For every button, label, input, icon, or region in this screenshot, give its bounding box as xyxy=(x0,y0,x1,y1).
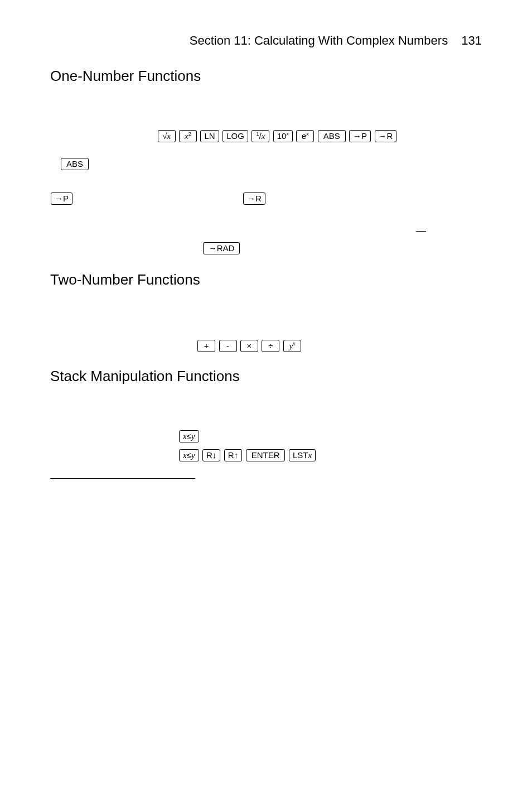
page-number: 131 xyxy=(461,33,482,47)
ln-key: LN xyxy=(200,130,219,142)
one-number-key-row: √x x2 LN LOG 1/x 10x ex ABS →P →R xyxy=(72,130,482,142)
abs-key: ABS xyxy=(318,130,346,142)
heading-one-number: One-Number Functions xyxy=(50,68,482,85)
heading-stack-manip: Stack Manipulation Functions xyxy=(50,368,482,385)
r-up-key: R↑ xyxy=(224,449,242,461)
log-key: LOG xyxy=(223,130,248,142)
to-p-key: →P xyxy=(349,130,371,142)
body-text: The one-number functions operate on the … xyxy=(50,95,482,122)
section-title: Section 11: Calculating With Complex Num… xyxy=(190,33,448,47)
sqrt-x-key: √x xyxy=(158,130,176,142)
ten-x-key: 10x xyxy=(273,130,293,142)
times-key: × xyxy=(240,340,258,352)
r-down-key: R↓ xyxy=(202,449,220,461)
body-text: When the calculator is in Complex mode, … xyxy=(50,395,482,422)
plus-key: + xyxy=(197,340,215,352)
lstx-key: LSTx xyxy=(289,449,316,461)
two-number-key-row: + - × ÷ yx xyxy=(17,340,482,352)
to-r-key: →R xyxy=(375,130,397,142)
y-x-key: yx xyxy=(283,340,301,352)
enter-key: ENTER xyxy=(246,449,286,461)
xy-swap-key-2: x≤y xyxy=(179,449,199,461)
to-p-key-inline: →P xyxy=(51,192,72,205)
xy-swap-key: x≤y xyxy=(179,430,199,442)
minus-key: - xyxy=(219,340,237,352)
reciprocal-key: 1/x xyxy=(252,130,269,142)
heading-two-number: Two-Number Functions xyxy=(50,271,482,288)
abs-key-inline: ABS xyxy=(61,158,89,170)
e-x-key: ex xyxy=(296,130,314,142)
body-text: The two-number functions operate on comp… xyxy=(50,299,482,326)
to-rad-key: →RAD xyxy=(203,242,240,254)
divide-key: ÷ xyxy=(262,340,279,352)
footnote-rule xyxy=(50,478,195,479)
page-header: Section 11: Calculating With Complex Num… xyxy=(50,33,482,48)
em-dash: — xyxy=(416,225,426,236)
to-r-key-inline: →R xyxy=(243,192,265,205)
x-squared-key: x2 xyxy=(179,130,197,142)
